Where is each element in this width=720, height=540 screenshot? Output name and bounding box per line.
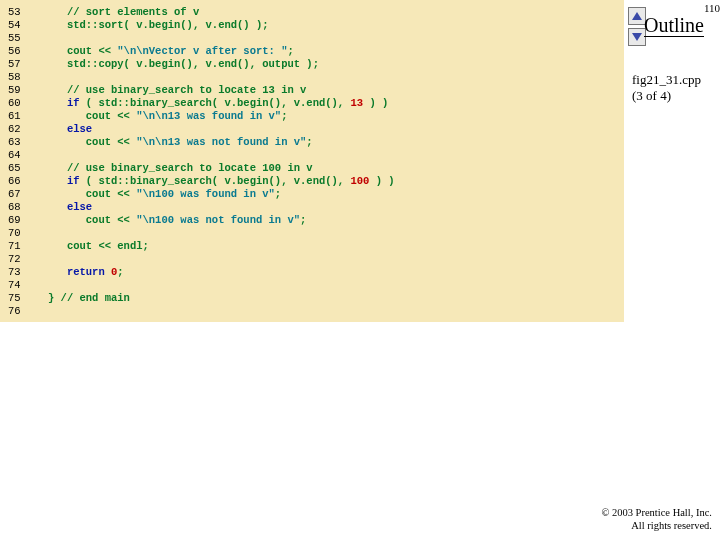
slide: 53 // sort elements of v54 std::sort( v.… (0, 0, 720, 540)
line-number: 74 (0, 279, 48, 292)
code-token (48, 123, 67, 135)
code-line: 62 else (0, 123, 624, 136)
code-text (48, 71, 624, 84)
code-text: std::copy( v.begin(), v.end(), output ); (48, 58, 624, 71)
code-line: 63 cout << "\n\n13 was not found in v"; (0, 136, 624, 149)
line-number: 72 (0, 253, 48, 266)
code-token: "\n100 was found in v" (136, 188, 275, 200)
line-number: 63 (0, 136, 48, 149)
code-text: } // end main (48, 292, 624, 305)
chevron-up-icon (632, 12, 642, 20)
code-line: 60 if ( std::binary_search( v.begin(), v… (0, 97, 624, 110)
code-line: 53 // sort elements of v (0, 6, 624, 19)
svg-marker-1 (632, 33, 642, 41)
code-token: std::sort( v.begin(), v.end() ); (48, 19, 269, 31)
line-number: 53 (0, 6, 48, 19)
code-text (48, 32, 624, 45)
code-token: return (67, 266, 105, 278)
file-label: fig21_31.cpp (632, 72, 701, 88)
code-token: if (67, 97, 80, 109)
code-line: 72 (0, 253, 624, 266)
file-page-count: (3 of 4) (632, 88, 671, 104)
code-text (48, 253, 624, 266)
code-token: ; (287, 45, 293, 57)
code-line: 56 cout << "\n\nVector v after sort: "; (0, 45, 624, 58)
code-token: ; (117, 266, 123, 278)
code-text: if ( std::binary_search( v.begin(), v.en… (48, 175, 624, 188)
code-line: 74 (0, 279, 624, 292)
line-number: 66 (0, 175, 48, 188)
code-token: // end main (61, 292, 130, 304)
code-token (48, 175, 67, 187)
code-line: 54 std::sort( v.begin(), v.end() ); (0, 19, 624, 32)
code-token: // use binary_search to locate 13 in v (67, 84, 306, 96)
code-token: cout << (48, 188, 136, 200)
code-text: cout << "\n\n13 was found in v"; (48, 110, 624, 123)
code-token: cout << endl; (48, 240, 149, 252)
code-line: 76 (0, 305, 624, 318)
code-token (48, 162, 67, 174)
code-token: // sort elements of v (67, 6, 199, 18)
code-text: return 0; (48, 266, 624, 279)
code-token: if (67, 175, 80, 187)
code-token (48, 6, 67, 18)
code-line: 68 else (0, 201, 624, 214)
code-text (48, 149, 624, 162)
code-text: cout << "\n\n13 was not found in v"; (48, 136, 624, 149)
line-number: 55 (0, 32, 48, 45)
line-number: 59 (0, 84, 48, 97)
code-token (48, 266, 67, 278)
sidebar: 110 Outline fig21_31.cpp (3 of 4) (624, 0, 720, 540)
line-number: 56 (0, 45, 48, 58)
line-number: 61 (0, 110, 48, 123)
code-token: 13 (350, 97, 363, 109)
code-line: 66 if ( std::binary_search( v.begin(), v… (0, 175, 624, 188)
code-token: 100 (350, 175, 369, 187)
line-number: 69 (0, 214, 48, 227)
code-token: ; (306, 136, 312, 148)
code-token: "\n\n13 was found in v" (136, 110, 281, 122)
code-token (48, 201, 67, 213)
code-token: ; (275, 188, 281, 200)
code-text (48, 305, 624, 318)
code-line: 55 (0, 32, 624, 45)
code-token: "\n\nVector v after sort: " (117, 45, 287, 57)
line-number: 62 (0, 123, 48, 136)
code-token: ( std::binary_search( v.begin(), v.end()… (80, 175, 351, 187)
line-number: 58 (0, 71, 48, 84)
code-text: cout << endl; (48, 240, 624, 253)
code-line: 67 cout << "\n100 was found in v"; (0, 188, 624, 201)
code-line: 59 // use binary_search to locate 13 in … (0, 84, 624, 97)
code-token: // use binary_search to locate 100 in v (67, 162, 313, 174)
code-token (48, 84, 67, 96)
code-text: else (48, 123, 624, 136)
line-number: 64 (0, 149, 48, 162)
code-text: if ( std::binary_search( v.begin(), v.en… (48, 97, 624, 110)
code-text: else (48, 201, 624, 214)
line-number: 71 (0, 240, 48, 253)
code-token: "\n\n13 was not found in v" (136, 136, 306, 148)
code-line: 70 (0, 227, 624, 240)
code-line: 65 // use binary_search to locate 100 in… (0, 162, 624, 175)
code-token: std::copy( v.begin(), v.end(), output ); (48, 58, 319, 70)
outline-title: Outline (644, 14, 704, 37)
code-text: cout << "\n100 was found in v"; (48, 188, 624, 201)
code-line: 61 cout << "\n\n13 was found in v"; (0, 110, 624, 123)
code-text (48, 279, 624, 292)
code-token: else (67, 201, 92, 213)
chevron-down-icon (632, 33, 642, 41)
line-number: 68 (0, 201, 48, 214)
code-panel: 53 // sort elements of v54 std::sort( v.… (0, 0, 624, 322)
svg-marker-0 (632, 12, 642, 20)
code-token: cout << (48, 136, 136, 148)
code-token (48, 97, 67, 109)
line-number: 65 (0, 162, 48, 175)
code-token: ; (281, 110, 287, 122)
code-token: ) ) (369, 175, 394, 187)
code-token: ( std::binary_search( v.begin(), v.end()… (80, 97, 351, 109)
code-token: ; (300, 214, 306, 226)
outline-title-text: Outline (644, 14, 704, 37)
code-line: 58 (0, 71, 624, 84)
code-text (48, 227, 624, 240)
code-token: cout << (48, 214, 136, 226)
